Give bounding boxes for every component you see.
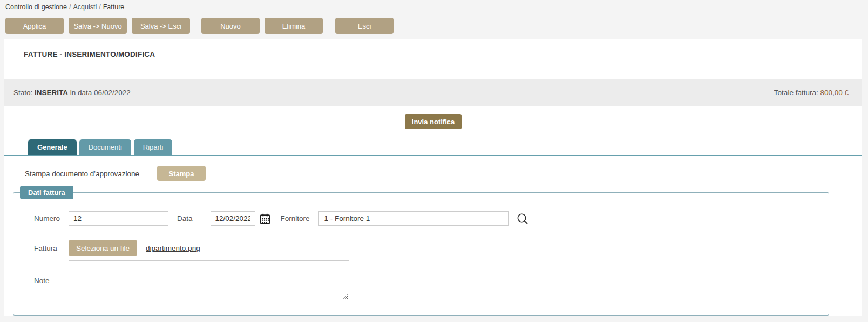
tab-generale[interactable]: Generale bbox=[28, 139, 77, 155]
salva-nuovo-button[interactable]: Salva -> Nuovo bbox=[69, 18, 127, 34]
print-approval-row: Stampa documento d'approvazione Stampa bbox=[25, 166, 862, 181]
nuovo-button[interactable]: Nuovo bbox=[201, 18, 260, 34]
fornitore-label: Fornitore bbox=[281, 214, 310, 223]
search-icon bbox=[516, 219, 529, 227]
print-approval-label: Stampa documento d'approvazione bbox=[25, 170, 139, 178]
salva-esci-button[interactable]: Salva -> Esci bbox=[132, 18, 190, 34]
note-row: Note bbox=[25, 260, 829, 300]
status-value: INSERITA bbox=[35, 89, 68, 97]
elimina-button[interactable]: Elimina bbox=[265, 18, 323, 34]
breadcrumb-separator: / bbox=[69, 3, 71, 11]
dati-fattura-legend: Dati fattura bbox=[20, 186, 73, 199]
fornitore-value-link[interactable]: 1 - Fornitore 1 bbox=[324, 214, 370, 223]
esci-button[interactable]: Esci bbox=[335, 18, 394, 34]
breadcrumb: Controllo di gestione/Acquisti/Fatture bbox=[0, 0, 868, 11]
fornitore-search-button[interactable] bbox=[516, 212, 529, 225]
tab-bar: Generale Documenti Riparti bbox=[4, 139, 862, 156]
seleziona-file-button[interactable]: Seleziona un file bbox=[69, 240, 137, 256]
invoice-total: Totale fattura: 800,00 € bbox=[774, 89, 849, 97]
calendar-button[interactable] bbox=[259, 213, 271, 225]
calendar-icon bbox=[259, 218, 271, 226]
note-textarea[interactable] bbox=[69, 260, 349, 300]
status-text: Stato: INSERITA in data 06/02/2022 bbox=[13, 89, 131, 97]
page-title: FATTURE - INSERIMENTO/MODIFICA bbox=[24, 50, 155, 58]
numero-input[interactable] bbox=[69, 211, 168, 226]
dati-fattura-section: Dati fattura Numero Data bbox=[13, 186, 829, 316]
numero-label: Numero bbox=[34, 214, 69, 223]
breadcrumb-link-fatture[interactable]: Fatture bbox=[103, 3, 125, 11]
fattura-label: Fattura bbox=[34, 244, 69, 252]
page-header: FATTURE - INSERIMENTO/MODIFICA bbox=[4, 39, 862, 68]
breadcrumb-separator: / bbox=[99, 3, 100, 11]
data-label: Data bbox=[177, 214, 193, 223]
breadcrumb-link-controllo-di-gestione[interactable]: Controllo di gestione bbox=[5, 3, 67, 11]
data-input[interactable] bbox=[211, 211, 255, 226]
breadcrumb-item-acquisti: Acquisti bbox=[73, 3, 97, 11]
action-toolbar: Applica Salva -> Nuovo Salva -> Esci Nuo… bbox=[0, 11, 868, 34]
stampa-button[interactable]: Stampa bbox=[157, 166, 206, 181]
main-panel: FATTURE - INSERIMENTO/MODIFICA Stato: IN… bbox=[4, 39, 862, 316]
fattura-file-row: Fattura Seleziona un file dipartimento.p… bbox=[25, 240, 829, 256]
tab-documenti[interactable]: Documenti bbox=[79, 139, 131, 155]
status-bar: Stato: INSERITA in data 06/02/2022 Total… bbox=[4, 79, 862, 106]
tab-riparti[interactable]: Riparti bbox=[134, 139, 173, 155]
fornitore-field[interactable]: 1 - Fornitore 1 bbox=[318, 211, 509, 226]
invoice-total-value: 800,00 € bbox=[820, 89, 849, 97]
note-label: Note bbox=[34, 277, 69, 285]
notify-row: Invia notifica bbox=[4, 114, 862, 129]
invia-notifica-button[interactable]: Invia notifica bbox=[405, 114, 462, 129]
invoice-main-row: Numero Data bbox=[25, 211, 829, 226]
applica-button[interactable]: Applica bbox=[5, 18, 64, 34]
uploaded-file-link[interactable]: dipartimento.png bbox=[146, 244, 200, 252]
